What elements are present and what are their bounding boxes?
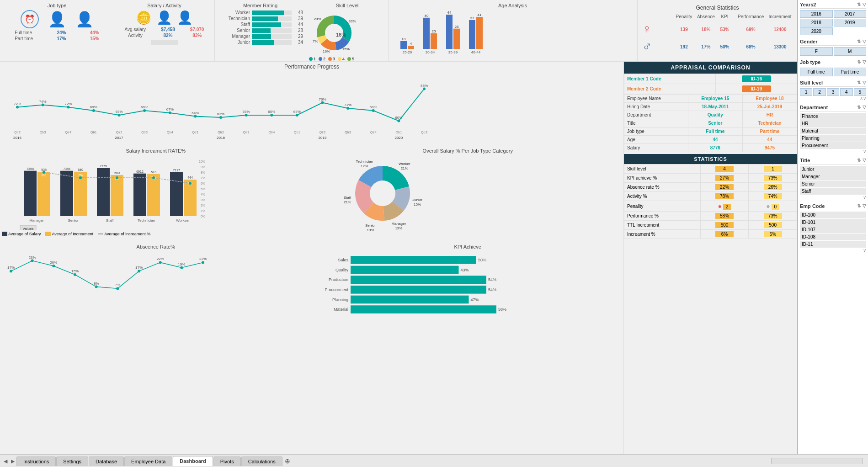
emp-11[interactable]: ID-11 — [800, 241, 866, 248]
year-2016[interactable]: 2016 — [800, 10, 833, 18]
gen-stats-title: General Statistics — [640, 3, 794, 13]
year-buttons: 2016 2017 2018 2019 2020 — [800, 10, 866, 35]
svg-point-113 — [79, 176, 82, 179]
salary-rate-chart: 73585388%Manager73565407%Senior77795007%… — [2, 154, 310, 230]
title-filter-icon[interactable]: ▽ — [863, 158, 866, 163]
svg-text:2018: 2018 — [217, 136, 225, 140]
tab-nav-right[interactable]: ▶ — [9, 456, 16, 466]
gender-f[interactable]: F — [800, 47, 833, 56]
gender-sort-icon[interactable]: ⇅ — [857, 39, 861, 44]
skill-4[interactable]: 4 — [840, 88, 852, 96]
tab-pivots[interactable]: Pivots — [213, 456, 241, 466]
skill-level-title: Skill Level — [309, 3, 385, 8]
svg-text:Senior: Senior — [68, 218, 78, 223]
perf-title: Performance Progress — [4, 64, 620, 70]
rating-row-junior: Junior34 — [218, 40, 303, 45]
dept-sort-icon[interactable]: ⇅ — [857, 105, 861, 110]
tab-database[interactable]: Database — [89, 456, 124, 466]
svg-text:Staff21%: Staff21% — [343, 196, 351, 204]
appraisal-row: Employee NameEmployee 15Employee 18 — [624, 95, 797, 103]
jobtype-filter: Job type ⇅ ▽ Full time Part time — [800, 59, 866, 76]
svg-text:10%: 10% — [199, 160, 205, 163]
svg-text:Qtr2: Qtr2 — [320, 131, 326, 134]
horizontal-scrollbar[interactable] — [771, 458, 863, 464]
emp-101[interactable]: ID-101 — [800, 219, 866, 226]
svg-rect-100 — [133, 174, 146, 216]
empcode-filter: Emp Code ⇅ ▽ ID-100 ID-101 ID-107 ID-108… — [800, 203, 866, 253]
tab-calculations[interactable]: Calculations — [241, 456, 282, 466]
jtype-parttime[interactable]: Part time — [834, 68, 867, 76]
skill-5[interactable]: 5 — [854, 88, 866, 96]
dept-hr[interactable]: HR — [800, 120, 866, 127]
svg-text:Procurement: Procurement — [325, 287, 348, 292]
gender-filter-icon[interactable]: ▽ — [863, 39, 866, 44]
kpi-chart: Sales50%Quality43%Production54%Procureme… — [314, 250, 622, 319]
emp-108[interactable]: ID-108 — [800, 234, 866, 240]
svg-rect-171 — [351, 305, 496, 313]
job-stat-male: 24% 17% — [57, 30, 66, 41]
year-2019[interactable]: 2019 — [834, 19, 867, 27]
svg-text:4%: 4% — [201, 193, 205, 196]
female-icon: ♀ — [642, 22, 671, 37]
dept-planning[interactable]: Planning — [800, 135, 866, 142]
jtype-fulltime[interactable]: Full time — [800, 68, 833, 76]
svg-text:1%: 1% — [201, 209, 205, 212]
tab-settings[interactable]: Settings — [56, 456, 88, 466]
skill-filter-icon[interactable]: ▽ — [863, 80, 866, 85]
jobtype-filter-icon[interactable]: ▽ — [863, 59, 866, 65]
year-2017[interactable]: 2017 — [834, 10, 867, 18]
tab-dashboard[interactable]: Dashboard — [173, 456, 213, 466]
skill-1[interactable]: 1 — [800, 88, 812, 96]
title-sort-icon[interactable]: ⇅ — [857, 158, 861, 163]
job-type-title: Job type — [3, 3, 111, 8]
skill-2[interactable]: 2 — [813, 88, 825, 96]
dept-filter-icon[interactable]: ▽ — [863, 105, 866, 110]
svg-point-142 — [74, 273, 76, 276]
svg-text:Qtr1: Qtr1 — [396, 131, 402, 134]
years2-filter: Years2 ⇅ ▽ 2016 2017 2018 2019 2020 — [800, 2, 866, 35]
dept-procurement[interactable]: Procurement — [800, 142, 866, 149]
svg-text:16%: 16% — [323, 49, 330, 53]
year-2020[interactable]: 2020 — [800, 27, 833, 35]
svg-text:69%: 69% — [141, 105, 148, 109]
svg-text:30-34: 30-34 — [426, 50, 435, 54]
svg-point-146 — [116, 287, 119, 290]
dept-material[interactable]: Material — [800, 127, 866, 134]
emp-107[interactable]: ID-107 — [800, 226, 866, 233]
svg-text:Qtr2: Qtr2 — [116, 131, 122, 134]
tab-nav-left[interactable]: ◀ — [2, 456, 9, 466]
year-2018[interactable]: 2018 — [800, 19, 833, 27]
skill-sort-icon[interactable]: ⇅ — [857, 80, 861, 85]
empcode-sort-icon[interactable]: ⇅ — [857, 203, 861, 209]
add-tab-button[interactable]: ⊕ — [285, 457, 290, 465]
stats-row: Skill level41 — [624, 165, 797, 174]
skill-3[interactable]: 3 — [827, 88, 839, 96]
sort-icon[interactable]: ⇅ — [857, 2, 861, 7]
svg-text:20%: 20% — [50, 260, 57, 265]
title-senior[interactable]: Senior — [800, 180, 866, 187]
gender-m[interactable]: M — [834, 47, 867, 56]
svg-text:17%: 17% — [135, 265, 143, 270]
jobtype-sort-icon[interactable]: ⇅ — [857, 59, 861, 65]
dept-finance[interactable]: Finance — [800, 113, 866, 120]
empcode-filter-icon[interactable]: ▽ — [863, 203, 866, 209]
overall-salary-title: Overall Salary % Per Job Type Category — [314, 148, 622, 154]
member2-code-row: Member 2 Code ID-19 — [624, 84, 797, 94]
skill-buttons: 1 2 3 4 5 — [800, 88, 866, 96]
svg-text:Qtr3: Qtr3 — [40, 131, 46, 134]
title-junior[interactable]: Junior — [800, 166, 866, 173]
title-manager[interactable]: Manager — [800, 173, 866, 180]
svg-point-150 — [159, 261, 162, 264]
svg-text:33%: 33% — [349, 19, 356, 23]
svg-text:Manager: Manager — [29, 218, 44, 223]
gen-stats-row-female: ♀ 139 18% 53% 69% 12400 — [640, 21, 794, 38]
emp-100[interactable]: ID-100 — [800, 212, 866, 218]
svg-text:6912: 6912 — [136, 170, 144, 173]
title-staff[interactable]: Staff — [800, 188, 866, 195]
svg-text:Quality: Quality — [335, 268, 348, 272]
svg-text:Values: Values — [23, 227, 34, 230]
tab-employee-data[interactable]: Employee Data — [124, 456, 172, 466]
filter-icon[interactable]: ▽ — [863, 2, 866, 7]
overall-salary-chart: Worker21%Junior15%Manager13%Senior13%Sta… — [314, 154, 622, 232]
tab-instructions[interactable]: Instructions — [16, 456, 56, 466]
